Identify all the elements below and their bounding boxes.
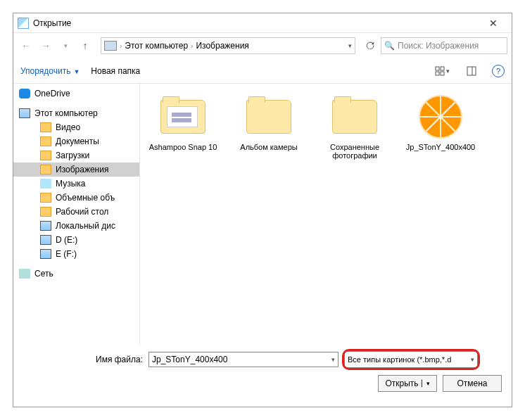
toolbar: Упорядочить▼ Новая папка ▾ ?	[13, 58, 512, 84]
recent-dropdown[interactable]: ▾	[57, 37, 74, 54]
folder-icon	[40, 193, 51, 203]
up-button[interactable]: ↑	[77, 37, 94, 54]
file-item[interactable]: Сохраненные фотографии	[319, 95, 391, 160]
search-icon: 🔍	[384, 41, 395, 51]
folder-icon	[246, 100, 291, 134]
filename-label: Имя файла:	[23, 355, 143, 364]
folder-icon	[332, 100, 377, 134]
tree-documents[interactable]: Документы	[13, 134, 139, 148]
svg-rect-0	[436, 67, 439, 70]
file-item[interactable]: Jp_STonY_400x400	[405, 95, 476, 151]
svg-rect-1	[441, 67, 444, 70]
search-input[interactable]: 🔍 Поиск: Изображения	[381, 37, 507, 54]
disk-icon	[40, 249, 51, 259]
chevron-icon: ›	[191, 42, 193, 50]
titlebar: Открытие ✕	[13, 13, 512, 33]
folder-icon	[40, 122, 51, 132]
folder-icon	[40, 165, 51, 174]
new-folder-button[interactable]: Новая папка	[91, 66, 140, 76]
music-icon	[40, 179, 51, 189]
tree-desktop[interactable]: Рабочий стол	[13, 205, 139, 219]
pc-icon	[19, 108, 30, 118]
main-area: OneDrive Этот компьютер Видео Документы …	[13, 84, 512, 344]
folder-icon	[160, 100, 205, 134]
svg-rect-4	[467, 67, 476, 75]
search-placeholder: Поиск: Изображения	[398, 41, 479, 51]
crumb-pictures[interactable]: Изображения	[196, 41, 248, 51]
pc-icon	[104, 41, 117, 51]
open-button[interactable]: Открыть▏▾	[378, 375, 437, 392]
refresh-button[interactable]	[362, 37, 378, 54]
tree-pictures[interactable]: Изображения	[13, 163, 139, 177]
chevron-down-icon: ▾	[331, 356, 335, 363]
nav-tree[interactable]: OneDrive Этот компьютер Видео Документы …	[13, 84, 140, 344]
onedrive-icon	[19, 89, 30, 98]
file-type-filter[interactable]: Все типы картинок (*.bmp,*.d ▾	[344, 351, 478, 368]
network-icon	[19, 269, 30, 279]
back-button[interactable]: ←	[18, 37, 34, 54]
help-button[interactable]: ?	[492, 65, 505, 77]
file-label: Сохраненные фотографии	[319, 143, 391, 160]
disk-icon	[40, 235, 51, 245]
folder-icon	[40, 151, 51, 160]
nav-bar: ← → ▾ ↑ › Этот компьютер › Изображения ▾…	[13, 33, 512, 58]
crumb-dropdown-icon[interactable]: ▾	[348, 42, 352, 49]
tree-downloads[interactable]: Загрузки	[13, 148, 139, 163]
tree-this-pc[interactable]: Этот компьютер	[13, 106, 139, 120]
tree-onedrive[interactable]: OneDrive	[13, 87, 139, 101]
chevron-down-icon: ▾	[471, 356, 474, 363]
file-label: Jp_STonY_400x400	[405, 143, 476, 151]
tree-local-disk[interactable]: Локальный дис	[13, 219, 139, 233]
disk-icon	[40, 221, 51, 231]
tree-volumes[interactable]: Объемные объ	[13, 191, 139, 205]
cancel-button[interactable]: Отмена	[443, 375, 502, 392]
image-thumbnail	[419, 95, 462, 139]
app-icon	[18, 18, 29, 29]
tree-music[interactable]: Музыка	[13, 177, 139, 191]
file-label: Ashampoo Snap 10	[147, 143, 219, 151]
svg-rect-3	[441, 72, 444, 75]
close-button[interactable]: ✕	[479, 18, 507, 29]
tree-d-drive[interactable]: D (E:)	[13, 233, 139, 247]
bottom-panel: Имя файла: Jp_STonY_400x400 ▾ Все типы к…	[13, 344, 512, 399]
breadcrumb[interactable]: › Этот компьютер › Изображения ▾	[101, 37, 355, 54]
tree-network[interactable]: Сеть	[13, 267, 139, 281]
preview-pane-button[interactable]	[462, 63, 481, 79]
chevron-icon: ›	[120, 42, 122, 50]
open-dialog: Открытие ✕ ← → ▾ ↑ › Этот компьютер › Из…	[13, 13, 512, 407]
forward-button[interactable]: →	[37, 37, 54, 54]
folder-icon	[40, 136, 51, 146]
organize-menu[interactable]: Упорядочить▼	[20, 66, 80, 76]
file-item[interactable]: Ashampoo Snap 10	[147, 95, 219, 151]
tree-e-drive[interactable]: E (F:)	[13, 247, 139, 261]
crumb-this-pc[interactable]: Этот компьютер	[125, 41, 188, 51]
file-list[interactable]: Ashampoo Snap 10 Альбом камеры Сохраненн…	[140, 84, 512, 344]
window-title: Открытие	[33, 18, 479, 28]
file-label: Альбом камеры	[233, 143, 305, 151]
svg-rect-2	[436, 72, 439, 75]
folder-icon	[40, 207, 51, 217]
view-mode-button[interactable]: ▾	[433, 63, 451, 79]
file-item[interactable]: Альбом камеры	[233, 95, 305, 151]
filename-input[interactable]: Jp_STonY_400x400 ▾	[148, 352, 339, 367]
tree-videos[interactable]: Видео	[13, 120, 139, 134]
